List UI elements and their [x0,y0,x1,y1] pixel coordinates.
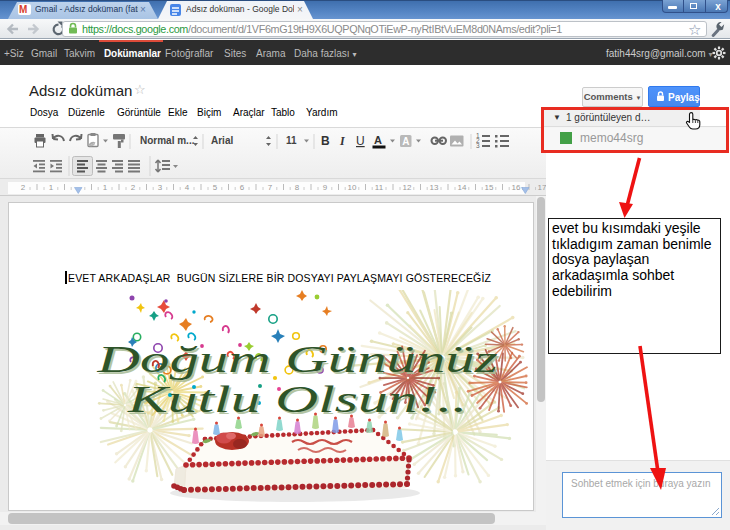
svg-text:4: 4 [185,183,190,192]
svg-text:I: I [339,134,346,148]
svg-text:9: 9 [323,183,328,192]
svg-text:6: 6 [240,183,245,192]
svg-text:1: 1 [103,183,108,192]
svg-text:16: 16 [512,183,521,192]
svg-text:8: 8 [295,183,300,192]
svg-text:Kutlu Olsun!..: Kutlu Olsun!.. [127,378,468,420]
svg-text:2: 2 [21,183,26,192]
svg-text:2: 2 [131,183,136,192]
svg-text:15: 15 [485,183,494,192]
svg-text:3: 3 [476,142,480,149]
svg-text:U: U [356,134,365,148]
svg-text:12: 12 [403,183,412,192]
svg-text:A: A [374,134,382,146]
svg-text:B: B [321,134,330,148]
svg-text:10: 10 [348,183,357,192]
svg-text:14: 14 [458,183,467,192]
svg-text:A: A [402,136,409,147]
svg-text:17: 17 [538,183,546,192]
svg-text:7: 7 [268,183,273,192]
svg-text:11: 11 [375,183,384,192]
svg-text:13: 13 [430,183,439,192]
svg-text:11: 11 [286,135,297,146]
svg-text:Doğum Gününüz: Doğum Gününüz [96,338,498,380]
svg-text:Normal m...: Normal m... [140,135,195,146]
svg-text:3: 3 [158,183,163,192]
svg-text:Arial: Arial [211,135,233,146]
svg-text:1: 1 [49,183,54,192]
svg-text:5: 5 [213,183,218,192]
